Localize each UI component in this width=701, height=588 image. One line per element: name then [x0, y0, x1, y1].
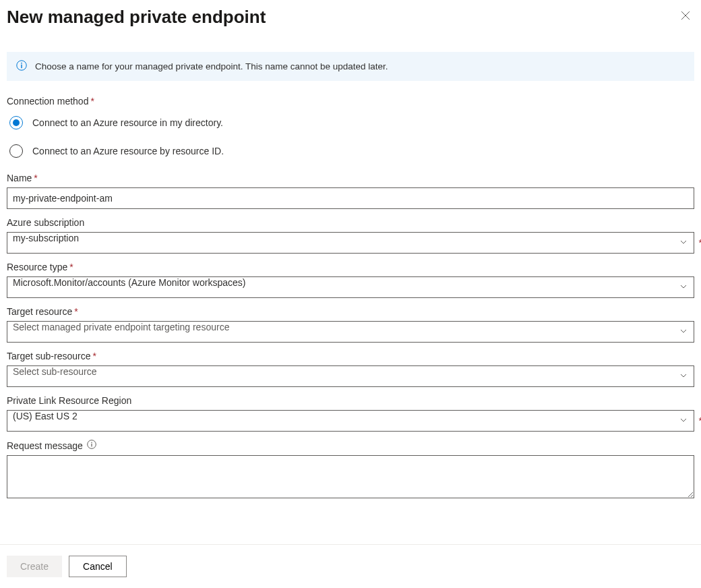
close-icon [681, 11, 690, 22]
request-message-label: Request message [7, 440, 694, 451]
connection-method-label: Connection method* [7, 96, 694, 107]
info-icon[interactable] [87, 440, 96, 451]
target-resource-label: Target resource* [7, 306, 694, 317]
radio-icon [9, 116, 23, 129]
panel-header: New managed private endpoint [7, 5, 694, 28]
svg-rect-7 [91, 444, 92, 447]
info-icon [16, 60, 27, 73]
svg-rect-4 [21, 65, 22, 69]
resource-type-select[interactable]: Microsoft.Monitor/accounts (Azure Monito… [7, 276, 694, 298]
subscription-label: Azure subscription [7, 217, 694, 228]
create-button[interactable]: Create [7, 556, 62, 577]
radio-connect-resource-id[interactable]: Connect to an Azure resource by resource… [7, 144, 694, 158]
radio-label: Connect to an Azure resource by resource… [32, 146, 224, 156]
svg-point-6 [91, 442, 92, 443]
target-sub-resource-select[interactable]: Select sub-resource [7, 365, 694, 387]
radio-label: Connect to an Azure resource in my direc… [32, 117, 223, 128]
svg-point-3 [21, 63, 22, 64]
info-banner: Choose a name for your managed private e… [7, 52, 694, 81]
name-input[interactable] [7, 187, 694, 209]
request-message-textarea[interactable] [7, 455, 694, 498]
region-select[interactable]: (US) East US 2 [7, 410, 694, 432]
target-sub-resource-label: Target sub-resource* [7, 351, 694, 361]
info-banner-text: Choose a name for your managed private e… [35, 61, 388, 71]
required-indicator: * [699, 415, 701, 426]
name-label: Name* [7, 173, 694, 183]
subscription-select[interactable]: my-subscription [7, 232, 694, 254]
region-label: Private Link Resource Region [7, 395, 694, 406]
cancel-button[interactable]: Cancel [69, 556, 127, 577]
panel-footer: Create Cancel [0, 544, 701, 588]
panel-title: New managed private endpoint [7, 7, 266, 28]
radio-icon [9, 144, 23, 158]
radio-connect-directory[interactable]: Connect to an Azure resource in my direc… [7, 116, 694, 129]
connection-method-radio-group: Connect to an Azure resource in my direc… [7, 116, 694, 158]
required-indicator: * [699, 237, 701, 248]
resource-type-label: Resource type* [7, 262, 694, 272]
close-button[interactable] [677, 7, 694, 26]
target-resource-select[interactable]: Select managed private endpoint targetin… [7, 321, 694, 343]
